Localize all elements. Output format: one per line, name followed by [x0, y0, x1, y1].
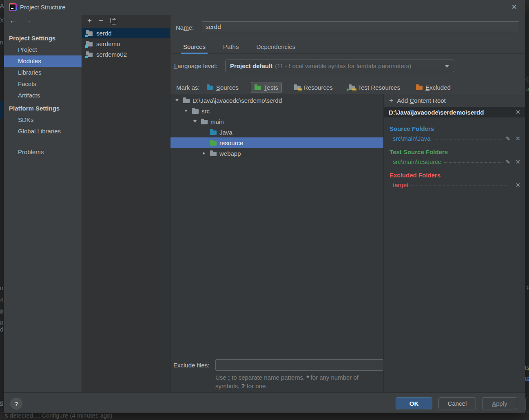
module-name-input[interactable] — [202, 21, 519, 32]
tab-paths[interactable]: Paths — [221, 41, 241, 54]
sidebar-item-project[interactable]: Project — [4, 44, 82, 55]
dialog-titlebar[interactable]: Project Structure ✕ — [4, 0, 525, 15]
expander-open-icon[interactable] — [183, 110, 189, 112]
edit-pencil-icon[interactable]: ✎ — [506, 159, 511, 165]
apply-button[interactable]: Apply — [482, 397, 517, 409]
triangle-right — [203, 152, 205, 155]
mark-as-sources-button[interactable]: Sources — [203, 82, 242, 93]
expander-closed-icon[interactable] — [201, 152, 207, 155]
close-icon[interactable]: ✕ — [511, 3, 517, 11]
folder-icon — [192, 109, 199, 114]
mark-as-resources-button[interactable]: Resources — [290, 82, 336, 93]
module-item-serdemo02[interactable]: serdemo02 — [82, 49, 170, 60]
tree-label: D:\Java\javacode\serdemo\serdd — [193, 97, 282, 104]
settings-sidebar: ← → Project SettingsProjectModulesLibrar… — [4, 15, 82, 392]
sidebar-item-facets[interactable]: Facets — [4, 78, 82, 90]
folder-icon — [201, 120, 208, 124]
tree-row-d-java-javacode-serdemo-serdd[interactable]: D:\Java\javacode\serdemo\serdd — [170, 95, 383, 106]
triangle-down — [193, 120, 197, 123]
exclude-files-label: Exclude files: — [173, 362, 209, 369]
cancel-button[interactable]: Cancel — [438, 397, 476, 409]
module-dot — [85, 34, 88, 38]
content-root-header[interactable]: D:\Java\javacode\serdemo\serdd ✕ — [384, 107, 525, 117]
module-item-serdd[interactable]: serdd — [82, 28, 170, 38]
mark-as-test-resources-button[interactable]: Test Resources — [345, 82, 404, 93]
tree-label: src — [201, 108, 210, 115]
sources-folder-icon — [207, 86, 213, 90]
chevron-down-icon — [445, 65, 449, 68]
sidebar-item-global-libraries[interactable]: Global Libraries — [4, 126, 82, 137]
background-fragment: a — [526, 86, 529, 92]
background-fragment: () — [526, 76, 529, 82]
triangle-down — [184, 110, 188, 112]
mark-as-excluded-button[interactable]: Excluded — [412, 82, 454, 93]
help-button[interactable]: ? — [10, 398, 22, 410]
background-fragment: 8 — [0, 320, 3, 326]
tab-dependencies[interactable]: Dependencies — [254, 41, 297, 54]
back-arrow-icon[interactable]: ← — [9, 16, 17, 25]
forward-arrow-icon[interactable]: → — [24, 16, 32, 25]
section-title-test-source-folders: Test Source Folders — [390, 148, 520, 155]
expander-open-icon[interactable] — [192, 120, 198, 123]
add-content-root-button[interactable]: + Add Content Root — [384, 94, 525, 107]
module-dot — [85, 55, 88, 59]
tree-row-src[interactable]: src — [170, 106, 383, 116]
dotted-leader — [444, 162, 502, 163]
module-icon — [86, 31, 93, 36]
background-fragment — [0, 101, 4, 119]
sidebar-item-sdks[interactable]: SDKs — [4, 114, 82, 126]
tree-label: resource — [219, 139, 243, 146]
module-label: serdd — [96, 30, 112, 37]
tree-row-main[interactable]: main — [170, 116, 383, 127]
tab-sources[interactable]: Sources — [181, 41, 208, 54]
sidebar-items: Project SettingsProjectModulesLibrariesF… — [4, 31, 82, 158]
module-icon — [86, 53, 93, 57]
background-fragment: d — [0, 326, 3, 333]
copy-module-icon[interactable] — [110, 18, 116, 24]
folder-item-label: src\main\Java — [393, 135, 431, 142]
background-fragment: X — [0, 17, 4, 24]
background-fragment: ts — [525, 365, 529, 371]
mark-as-tests-button[interactable]: Tests — [251, 82, 282, 93]
remove-folder-icon[interactable]: ✕ — [515, 181, 520, 189]
content-root-path: D:\Java\javacode\serdemo\serdd — [389, 109, 484, 116]
module-icon — [86, 42, 93, 46]
module-dot — [85, 45, 88, 48]
exclude-files-help: Use ; to separate name patterns, * for a… — [215, 373, 383, 390]
resources-folder-icon — [294, 86, 301, 90]
name-label: Name: — [176, 24, 194, 31]
background-fragment: 6 — [0, 400, 3, 406]
tree-row-java[interactable]: Java — [170, 127, 383, 137]
mark-as-actions: SourcesTestsResourcesTest ResourcesExclu… — [203, 81, 454, 93]
remove-content-root-icon[interactable]: ✕ — [515, 108, 520, 116]
folder-item-target[interactable]: target✕ — [390, 181, 520, 189]
exclude-files-input[interactable] — [215, 359, 383, 371]
tree-row-resource[interactable]: resource — [170, 137, 383, 148]
test-resources-folder-icon — [349, 86, 355, 90]
project-structure-dialog: Project Structure ✕ ← → Project Settings… — [4, 0, 525, 413]
folder-item-src-main-resource[interactable]: src\main\resource✎✕ — [390, 158, 520, 166]
language-level-select[interactable]: Project default (11 - Local variable syn… — [225, 60, 454, 72]
background-fragment: n — [0, 39, 3, 46]
module-item-serdemo[interactable]: serdemo — [82, 38, 170, 49]
sidebar-item-modules[interactable]: Modules — [4, 55, 82, 67]
remove-folder-icon[interactable]: ✕ — [515, 158, 520, 166]
remove-module-button[interactable]: − — [99, 18, 103, 24]
folder-item-label: target — [393, 181, 408, 188]
sidebar-item-problems[interactable]: Problems — [4, 146, 82, 158]
folder-item-src-main-java[interactable]: src\main\Java✎✕ — [390, 135, 520, 142]
expander-open-icon[interactable] — [174, 99, 180, 102]
sidebar-divider — [9, 142, 77, 142]
modules-list: serddserdemoserdemo02 — [82, 28, 170, 60]
add-module-button[interactable]: + — [87, 18, 92, 24]
sidebar-item-libraries[interactable]: Libraries — [4, 67, 82, 78]
folder-icon — [210, 152, 217, 156]
tree-row-webapp[interactable]: webapp — [170, 148, 383, 159]
module-tabs: SourcesPathsDependencies — [170, 41, 525, 54]
ok-button[interactable]: OK — [396, 397, 432, 409]
bars-overlay — [298, 88, 302, 92]
sidebar-item-artifacts[interactable]: Artifacts — [4, 90, 82, 101]
edit-pencil-icon[interactable]: ✎ — [506, 135, 511, 142]
mark-as-label-text: Resources — [303, 84, 333, 91]
remove-folder-icon[interactable]: ✕ — [515, 135, 520, 142]
